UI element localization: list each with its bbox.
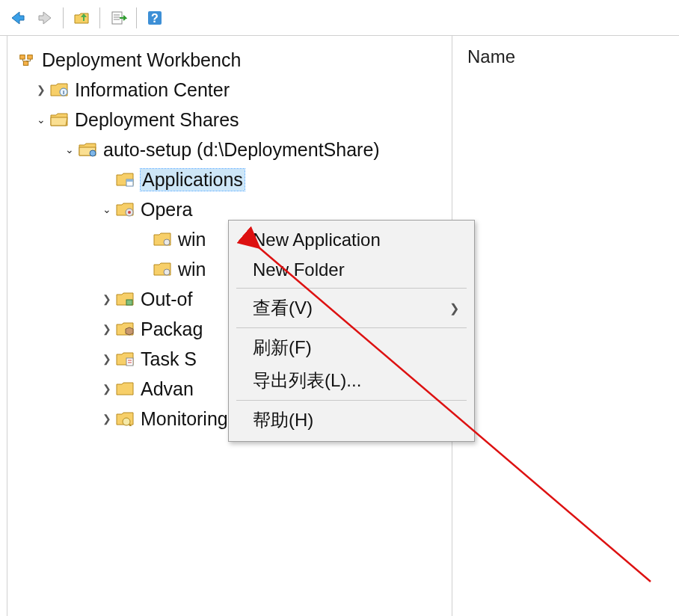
- workbench-icon: [16, 50, 36, 70]
- folder-tasks-icon: [115, 349, 135, 369]
- chevron-down-icon: ⌄: [33, 114, 49, 126]
- tree-item-label: Monitoring: [141, 408, 228, 430]
- tree-item-label: Packag: [141, 318, 203, 340]
- export-list-icon: [109, 9, 127, 27]
- tree-item-label: Task S: [141, 348, 197, 370]
- chevron-down-icon: ⌄: [99, 203, 115, 215]
- tree-item-label: Out-of: [141, 289, 192, 310]
- column-header-name[interactable]: Name: [467, 46, 664, 67]
- chevron-right-icon: ❯: [99, 353, 115, 365]
- folder-share-icon: [49, 110, 69, 129]
- folder-os-item-icon: [153, 230, 172, 249]
- tree-item-label: win: [178, 259, 206, 280]
- ctx-view[interactable]: 查看(V) ❯: [230, 292, 473, 324]
- up-button[interactable]: [70, 6, 93, 30]
- svg-point-22: [123, 418, 130, 425]
- chevron-down-icon: ⌄: [61, 144, 78, 155]
- ctx-export-list[interactable]: 导出列表(L)...: [230, 364, 473, 397]
- tree-share-auto-setup[interactable]: ⌄ auto-setup (d:\DeploymentShare): [16, 135, 452, 164]
- folder-applications-icon: [115, 170, 135, 189]
- chevron-right-icon: ❯: [99, 413, 115, 425]
- folder-monitoring-icon: [115, 409, 135, 428]
- svg-point-16: [164, 239, 170, 245]
- panes: Deployment Workbench ❯ i Information Cen…: [0, 36, 679, 616]
- tree-item-label: Opera: [141, 199, 192, 221]
- ctx-item-label: 导出列表(L)...: [253, 369, 361, 392]
- toolbar-separator: [136, 7, 137, 28]
- ctx-item-label: New Application: [253, 230, 381, 250]
- svg-text:?: ?: [151, 12, 159, 25]
- tree-applications[interactable]: Applications: [16, 164, 452, 194]
- chevron-right-icon: ❯: [33, 84, 49, 96]
- folder-drivers-icon: [115, 289, 135, 309]
- forward-button[interactable]: [33, 6, 57, 30]
- svg-text:i: i: [63, 89, 64, 96]
- svg-rect-13: [126, 179, 133, 182]
- context-menu: New Application New Folder 查看(V) ❯ 刷新(F)…: [228, 220, 475, 442]
- toolbar: ?: [0, 0, 679, 36]
- tree-pane: Deployment Workbench ❯ i Information Cen…: [7, 36, 452, 616]
- ctx-new-folder[interactable]: New Folder: [230, 255, 473, 285]
- ctx-item-label: New Folder: [253, 259, 345, 280]
- tree-item-label: Advan: [141, 378, 194, 400]
- tree-item-label: win: [178, 229, 206, 250]
- left-gutter: [0, 36, 7, 616]
- tree-item-label: Information Center: [75, 79, 230, 101]
- folder-os-icon: [115, 200, 135, 219]
- ctx-help[interactable]: 帮助(H): [230, 404, 473, 437]
- folder-info-icon: i: [49, 80, 69, 99]
- ctx-item-label: 帮助(H): [253, 408, 313, 432]
- help-button[interactable]: ?: [143, 6, 167, 30]
- tree-item-label: Applications: [141, 169, 245, 191]
- svg-point-11: [90, 150, 96, 156]
- svg-point-17: [164, 269, 170, 275]
- tree-root[interactable]: Deployment Workbench: [16, 45, 452, 75]
- toolbar-separator: [99, 7, 100, 28]
- folder-packages-icon: [115, 319, 135, 339]
- ctx-separator: [236, 327, 467, 328]
- folder-up-icon: [73, 9, 90, 27]
- tree-deployment-shares[interactable]: ⌄ Deployment Shares: [16, 105, 452, 135]
- tree-root-label: Deployment Workbench: [42, 49, 241, 71]
- chevron-right-icon: ❯: [99, 293, 115, 305]
- export-button[interactable]: [106, 6, 130, 30]
- back-button[interactable]: [6, 6, 30, 30]
- folder-icon: [115, 379, 135, 398]
- back-arrow-icon: [9, 9, 27, 27]
- svg-rect-8: [23, 61, 28, 66]
- chevron-right-icon: ❯: [99, 383, 115, 395]
- ctx-separator: [236, 288, 467, 289]
- folder-os-item-icon: [153, 259, 172, 279]
- ctx-new-application[interactable]: New Application: [230, 225, 473, 255]
- tree-info-center[interactable]: ❯ i Information Center: [16, 75, 452, 105]
- chevron-right-icon: ❯: [449, 301, 459, 315]
- ctx-item-label: 刷新(F): [253, 336, 312, 360]
- svg-point-15: [128, 211, 131, 214]
- svg-rect-18: [126, 300, 132, 305]
- svg-rect-7: [28, 55, 32, 60]
- tree-item-label: Deployment Shares: [75, 109, 239, 131]
- ctx-item-label: 查看(V): [253, 296, 313, 320]
- chevron-right-icon: ❯: [99, 323, 115, 335]
- toolbar-separator: [63, 7, 64, 28]
- forward-arrow-icon: [36, 9, 54, 27]
- folder-share-open-icon: [78, 140, 97, 159]
- svg-rect-19: [126, 358, 133, 366]
- help-icon: ?: [146, 9, 164, 27]
- ctx-refresh[interactable]: 刷新(F): [230, 331, 473, 364]
- list-pane: Name: [452, 36, 679, 616]
- svg-rect-6: [20, 55, 25, 60]
- tree-item-label: auto-setup (d:\DeploymentShare): [103, 139, 380, 161]
- ctx-separator: [236, 400, 467, 401]
